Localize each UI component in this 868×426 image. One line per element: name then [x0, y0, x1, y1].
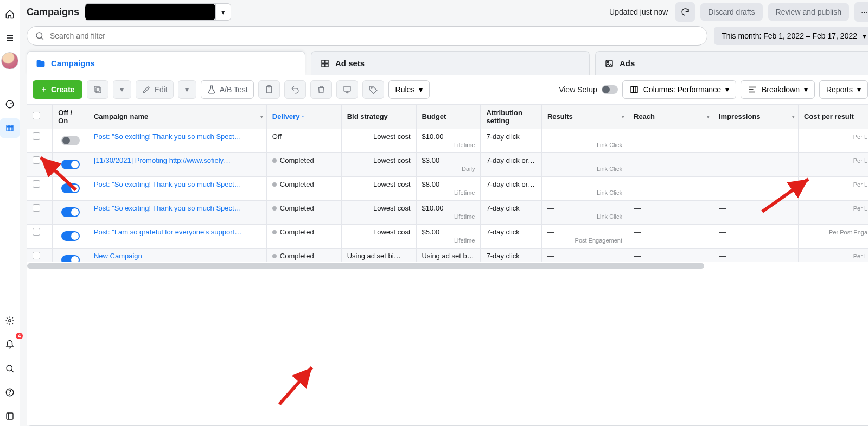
search-input-wrapper[interactable] — [27, 26, 707, 46]
row-cost: Per Post Enga — [799, 224, 869, 248]
create-button[interactable]: ＋ Create — [33, 80, 82, 99]
row-reach: — — [628, 224, 713, 248]
reports-button[interactable]: Reports ▾ — [819, 80, 868, 99]
row-imp: — — [713, 152, 799, 176]
tab-adsets[interactable]: Ad sets — [311, 51, 590, 75]
row-name[interactable]: [11/30/2021] Promoting http://www.sofiel… — [88, 152, 266, 176]
row-toggle[interactable] — [53, 248, 88, 262]
breakdown-icon — [748, 85, 757, 94]
columns-button[interactable]: Columns: Performance ▾ — [622, 80, 736, 99]
row-reach: — — [628, 152, 713, 176]
search-input[interactable] — [50, 31, 699, 40]
ads-manager-icon[interactable] — [0, 118, 20, 138]
row-imp: — — [713, 248, 799, 262]
row-name[interactable]: Post: "So exciting! Thank you so much Sp… — [88, 176, 266, 200]
row-checkbox[interactable] — [27, 152, 53, 176]
duplicate-dropdown[interactable]: ▾ — [113, 80, 131, 99]
row-toggle[interactable] — [53, 129, 88, 152]
col-label: Results — [547, 112, 573, 120]
rules-button[interactable]: Rules ▾ — [388, 80, 430, 99]
search-icon — [35, 31, 44, 41]
home-icon[interactable] — [0, 4, 20, 24]
row-budget: Using ad set bu… — [416, 248, 481, 262]
row-results: —Post Engagement — [541, 224, 628, 248]
nav-search-icon[interactable] — [0, 359, 20, 378]
abtest-button[interactable]: A/B Test — [201, 80, 254, 99]
settings-icon[interactable] — [0, 311, 20, 330]
edit-button[interactable]: Edit — [136, 80, 174, 99]
refresh-button[interactable] — [675, 2, 695, 22]
row-checkbox[interactable] — [27, 176, 53, 200]
row-bid: Using ad set bi… — [341, 248, 416, 262]
edit-dropdown[interactable]: ▾ — [178, 80, 196, 99]
col-reach[interactable]: Reach▾ — [628, 105, 713, 129]
row-checkbox[interactable] — [27, 224, 53, 248]
export-button[interactable] — [336, 80, 358, 99]
create-label: Create — [51, 85, 75, 94]
view-setup-toggle[interactable]: View Setup — [559, 85, 618, 94]
tab-campaigns[interactable]: Campaigns — [27, 51, 305, 75]
row-checkbox[interactable] — [27, 248, 53, 262]
row-delivery: Completed — [266, 152, 341, 176]
delete-button[interactable] — [310, 80, 332, 99]
table-scroll-wrapper[interactable]: Off / On Campaign name▾ Delivery↑ Bid st… — [27, 105, 868, 262]
row-budget: $10.00Lifetime — [416, 129, 481, 152]
row-cost: Per L — [799, 152, 869, 176]
menu-icon[interactable] — [0, 28, 20, 48]
undo-button[interactable] — [284, 80, 306, 99]
row-toggle[interactable] — [53, 224, 88, 248]
row-delivery: Completed — [266, 176, 341, 200]
help-icon[interactable] — [0, 383, 20, 402]
table-header-row: Off / On Campaign name▾ Delivery↑ Bid st… — [27, 105, 868, 129]
row-name[interactable]: New Campaign — [88, 248, 266, 262]
breakdown-button[interactable]: Breakdown ▾ — [741, 80, 815, 99]
col-checkbox[interactable] — [27, 105, 53, 129]
discard-drafts-button[interactable]: Discard drafts — [700, 3, 762, 21]
date-range-button[interactable]: This month: Feb 1, 2022 – Feb 17, 2022 ▾ — [714, 27, 868, 45]
row-checkbox[interactable] — [27, 129, 53, 152]
gauge-icon[interactable] — [0, 94, 20, 114]
duplicate-button[interactable] — [87, 80, 108, 99]
row-results: —Link Click — [541, 248, 628, 262]
svg-point-7 — [36, 33, 42, 39]
collapse-icon[interactable] — [0, 406, 20, 426]
tag-button[interactable] — [362, 80, 384, 99]
more-menu-button[interactable]: ⋯ — [854, 2, 868, 22]
col-name[interactable]: Campaign name▾ — [88, 105, 266, 129]
row-name[interactable]: Post: "I am so grateful for everyone's s… — [88, 224, 266, 248]
tab-ads[interactable]: Ads — [595, 51, 868, 75]
horizontal-scrollbar[interactable] — [27, 262, 868, 269]
clipboard-button[interactable] — [258, 80, 280, 99]
account-selector[interactable]: ▾ — [85, 3, 231, 21]
row-results: —Link Click — [541, 176, 628, 200]
col-label: Campaign name — [94, 112, 148, 120]
row-results: —Link Click — [541, 200, 628, 224]
col-budget[interactable]: Budget — [416, 105, 481, 129]
row-toggle[interactable] — [53, 152, 88, 176]
row-delivery: Completed — [266, 248, 341, 262]
col-results[interactable]: Results▾ — [541, 105, 628, 129]
col-delivery[interactable]: Delivery↑ — [266, 105, 341, 129]
table-row: Post: "So exciting! Thank you so much Sp… — [27, 129, 868, 152]
row-imp: — — [713, 200, 799, 224]
row-name[interactable]: Post: "So exciting! Thank you so much Sp… — [88, 129, 266, 152]
user-avatar[interactable] — [1, 52, 18, 69]
row-budget: $8.00Lifetime — [416, 176, 481, 200]
row-toggle[interactable] — [53, 200, 88, 224]
review-publish-button[interactable]: Review and publish — [768, 3, 849, 21]
row-imp: — — [713, 224, 799, 248]
row-toggle[interactable] — [53, 176, 88, 200]
col-label: Reach — [634, 112, 655, 120]
row-attr: 7-day click — [481, 129, 541, 152]
row-delivery: Off — [266, 129, 341, 152]
row-name[interactable]: Post: "So exciting! Thank you so much Sp… — [88, 200, 266, 224]
notifications-icon[interactable] — [0, 335, 20, 354]
svg-point-2 — [9, 320, 11, 322]
col-offon[interactable]: Off / On — [53, 105, 88, 129]
row-attr: 7-day click — [481, 248, 541, 262]
row-checkbox[interactable] — [27, 200, 53, 224]
col-bid[interactable]: Bid strategy — [341, 105, 416, 129]
col-impressions[interactable]: Impressions▾ — [713, 105, 799, 129]
col-cost[interactable]: Cost per result — [799, 105, 869, 129]
col-attr[interactable]: Attribution setting — [481, 105, 541, 129]
